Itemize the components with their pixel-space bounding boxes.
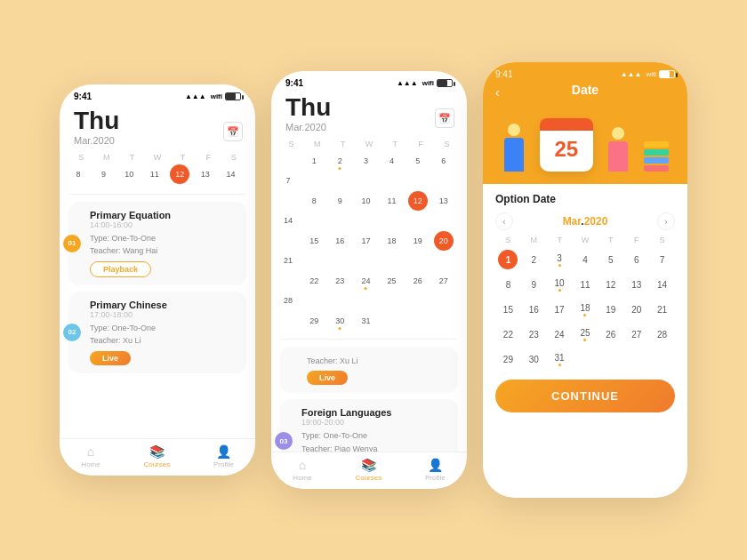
course-type-1: Type: One-To-One: [90, 232, 237, 244]
course-type-2: Type: One-To-One: [90, 322, 237, 334]
phone-3: 9:41 ▲▲▲ wifi ‹ Date: [483, 62, 687, 498]
course-time-1: 14:00-16:00: [90, 220, 237, 229]
profile-icon: 👤: [216, 444, 231, 459]
status-time-1: 9:41: [74, 92, 92, 101]
orange-header: 9:41 ▲▲▲ wifi ‹ Date: [483, 62, 687, 184]
person-right-illustration: [606, 123, 631, 172]
course-teacher-2: Teacher: Xu Li: [90, 334, 237, 347]
course-type-3: Type: One-To-One: [301, 429, 449, 442]
course-time-3: 19:00-20:00: [301, 418, 449, 427]
book-4: [644, 165, 669, 172]
cal-card-top: [540, 118, 593, 131]
full-calendar-2: S M T W T F S 1 2 3 4 5 6 7: [271, 140, 467, 335]
nav-home-label-2: Home: [293, 474, 311, 482]
courses-icon-2: 📚: [361, 458, 376, 472]
mini-calendar-1: S M T W T F S 8 9 10 11 12 13 14: [60, 153, 255, 190]
nav-home-label-1: Home: [81, 460, 100, 468]
back-arrow[interactable]: ‹: [495, 85, 500, 100]
person-body-left: [504, 138, 524, 172]
wifi-icon-2: wifi: [422, 79, 434, 87]
status-bar-1: 9:41 ▲▲▲ wifi: [60, 84, 255, 105]
playback-button-1[interactable]: Playback: [90, 261, 151, 277]
cal-row-2-2: 8 9 10 11 12 13 14: [278, 191, 460, 230]
nav-courses-1[interactable]: 📚 Courses: [143, 444, 170, 468]
courses-list-1: 01 Primary Equation 14:00-16:00 Type: On…: [60, 198, 255, 438]
month-year-label: Mar.2020: [563, 215, 608, 228]
person-left-illustration: [502, 123, 526, 172]
battery-icon-3: [659, 70, 675, 78]
course-title-2: Primary Chinese: [90, 300, 237, 310]
fcal-row-5: 29 30 31: [495, 348, 675, 371]
books-stack: [644, 141, 669, 172]
course-title-3: Foreign Languages: [301, 407, 449, 418]
mini-cal-row-1: 8 9 10 11 12 13 14: [68, 164, 246, 184]
book-1: [644, 141, 669, 148]
calendar-toggle-1[interactable]: 📅: [223, 122, 243, 141]
person-body-right: [608, 141, 628, 172]
wifi-icon-3: wifi: [646, 70, 656, 78]
orange-status-bar: 9:41 ▲▲▲ wifi: [495, 69, 675, 79]
cal-row-2-3: 15 16 17 18 19 20 21: [278, 231, 460, 270]
person-head-left: [508, 124, 520, 136]
course-card-1: 01 Primary Equation 14:00-16:00 Type: On…: [68, 202, 246, 285]
nav-home-2[interactable]: ⌂ Home: [293, 458, 311, 482]
course-num-1: 01: [63, 235, 81, 252]
signal-icon-3: ▲▲▲: [621, 70, 642, 78]
courses-icon: 📚: [149, 444, 165, 459]
nav-home-1[interactable]: ⌂ Home: [81, 444, 100, 468]
nav-profile-2[interactable]: 👤 Profile: [425, 458, 446, 482]
orange-title-row: ‹ Date: [495, 83, 675, 97]
divider-1: [70, 194, 245, 195]
live-button-2[interactable]: Live: [307, 371, 348, 385]
course-teacher-1: Teacher: Wang Hai: [90, 244, 237, 257]
option-date-label: Option Date: [495, 193, 675, 205]
course-card-2: 02 Primary Chinese 17:00-18:00 Type: One…: [68, 292, 246, 373]
status-bar-2: 9:41 ▲▲▲ wifi: [271, 71, 467, 92]
nav-profile-1[interactable]: 👤 Profile: [213, 444, 234, 468]
course-teacher-c: Teacher: Xu Li: [307, 355, 449, 367]
course-teacher-3: Teacher: Piao Wenya: [301, 443, 449, 452]
page-title-3: Date: [572, 83, 598, 97]
status-time-2: 9:41: [285, 78, 303, 88]
fcal-row-1: 1 2 3 4 5 6 7: [495, 248, 675, 271]
course-time-2: 17:00-18:00: [90, 310, 237, 319]
cal-row-2-5: 29 30 31: [278, 311, 460, 331]
fcal-row-4: 22 23 24 25 26 27 28: [495, 323, 675, 346]
calendar-big-card: 25: [540, 118, 593, 172]
date-illustration: 25: [495, 100, 675, 172]
full-cal-header-3: S M T W T F S: [495, 236, 675, 244]
month-label-2: Mar.2020: [285, 122, 453, 132]
day-1-selected[interactable]: 1: [498, 250, 518, 269]
status-icons-1: ▲▲▲ wifi: [185, 92, 241, 100]
full-cal-header-2: S M T W T F S: [278, 140, 460, 148]
nav-profile-label-2: Profile: [425, 474, 446, 482]
continue-button[interactable]: CONTINUE: [495, 380, 675, 412]
bottom-nav-2: ⌂ Home 📚 Courses 👤 Profile: [271, 452, 467, 489]
phones-container: 9:41 ▲▲▲ wifi Thu Mar.2020 📅 S M T W T F…: [42, 44, 705, 516]
battery-icon: [225, 92, 241, 100]
prev-month-button[interactable]: ‹: [495, 212, 513, 230]
profile-icon-2: 👤: [428, 458, 443, 472]
calendar-toggle-2[interactable]: 📅: [435, 108, 454, 128]
divider-2: [282, 339, 456, 340]
fcal-row-2: 8 9 10 11 12 13 14: [495, 273, 675, 296]
nav-courses-2[interactable]: 📚 Courses: [355, 458, 382, 482]
next-month-button[interactable]: ›: [657, 212, 675, 230]
course-num-3: 03: [275, 432, 293, 450]
wifi-icon: wifi: [211, 92, 222, 100]
live-button-1[interactable]: Live: [90, 351, 131, 365]
nav-courses-label-2: Courses: [355, 474, 382, 482]
fcal-row-3: 15 16 17 18 19 20 21: [495, 298, 675, 321]
cal-row-2-1: 1 2 3 4 5 6 7: [278, 151, 460, 190]
home-icon: ⌂: [87, 444, 94, 459]
book-3: [644, 157, 669, 164]
cal-row-2-4: 22 23 24 25 26 27 28: [278, 271, 460, 310]
nav-courses-label-1: Courses: [143, 460, 170, 468]
person-head-right: [612, 127, 624, 140]
signal-icon-2: ▲▲▲: [397, 79, 418, 87]
course-card-chinese: Teacher: Xu Li Live: [280, 347, 458, 393]
course-card-foreign: 03 Foreign Languages 19:00-20:00 Type: O…: [280, 399, 458, 452]
month-navigation: ‹ Mar.2020 ›: [495, 212, 675, 230]
day-label-2: Thu: [285, 95, 453, 120]
course-num-2: 02: [63, 324, 81, 341]
